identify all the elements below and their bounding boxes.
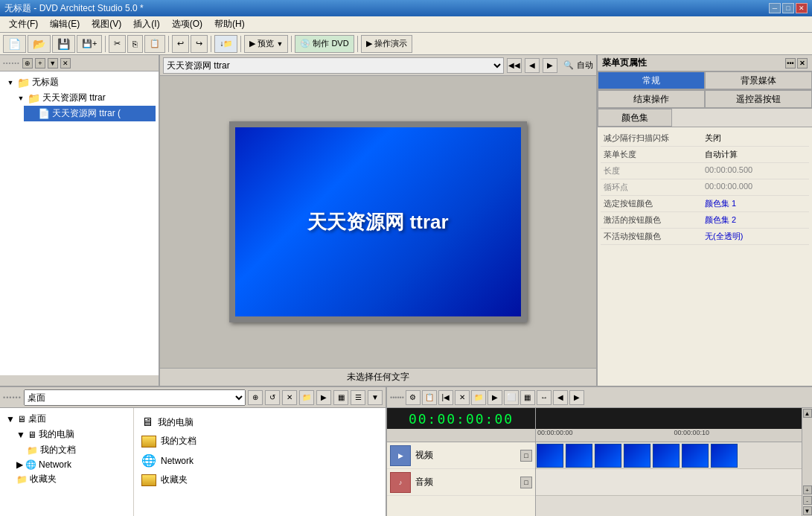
tl-btn6[interactable]: ▶ bbox=[487, 390, 502, 405]
menu-options[interactable]: 选项(O) bbox=[166, 16, 208, 32]
save-button[interactable]: 💾 bbox=[52, 35, 75, 53]
tl-btn9[interactable]: ↔ bbox=[537, 390, 552, 405]
scroll-up-btn[interactable]: ▲ bbox=[803, 409, 812, 418]
ft-mydocs[interactable]: 📁 我的文档 bbox=[24, 442, 130, 458]
tl-btn5[interactable]: 📁 bbox=[471, 390, 486, 405]
nav-prev-btn[interactable]: ◀ bbox=[525, 58, 540, 73]
audio-track-toggle[interactable]: □ bbox=[520, 477, 532, 488]
props-label-4: 循环点 bbox=[604, 182, 705, 193]
canvas-area[interactable]: 天天资源网 ttrar bbox=[160, 76, 596, 368]
props-value-6: 颜色集 2 bbox=[705, 214, 806, 226]
ft-mycomputer[interactable]: ▼ 🖥 我的电脑 bbox=[13, 427, 130, 442]
fl-mydocs-label: 我的文档 bbox=[161, 435, 196, 447]
nav-prev-prev-btn[interactable]: ◀◀ bbox=[507, 58, 522, 73]
fl-network[interactable]: 🌐 Network bbox=[140, 452, 380, 469]
tl-btn10[interactable]: ◀ bbox=[553, 390, 568, 405]
expand-icon[interactable]: ▶ bbox=[16, 459, 23, 470]
tl-btn11[interactable]: ▶ bbox=[569, 390, 584, 405]
fb-btn6[interactable]: ▦ bbox=[333, 390, 348, 405]
menu-help[interactable]: 帮助(H) bbox=[208, 16, 251, 32]
minimize-button[interactable]: ─ bbox=[769, 3, 781, 13]
drag-handle-bottom: •••••• bbox=[3, 394, 22, 401]
make-dvd-button[interactable]: 💿 制作 DVD bbox=[295, 35, 354, 53]
copy-button[interactable]: ⎘ bbox=[127, 35, 143, 53]
file-browser-content: ▼ 🖥 桌面 ▼ 🖥 我的电脑 📁 我的文档 ▶ 🌐 Network bbox=[0, 408, 386, 516]
canvas-title: 天天资源网 ttrar bbox=[307, 209, 448, 235]
fl-mycomputer[interactable]: 🖥 我的电脑 bbox=[140, 414, 380, 430]
menu-insert[interactable]: 插入(I) bbox=[127, 16, 165, 32]
tl-btn3[interactable]: |◀ bbox=[438, 390, 453, 405]
preview-button[interactable]: ▶ 预览 ▼ bbox=[244, 35, 288, 53]
fb-btn2[interactable]: ↺ bbox=[265, 390, 280, 405]
import-button[interactable]: ↓📁 bbox=[214, 35, 237, 53]
timeline-video-track[interactable] bbox=[536, 442, 812, 469]
fb-btn3[interactable]: ✕ bbox=[282, 390, 297, 405]
canvas-dropdown[interactable]: 天天资源网 ttrar bbox=[163, 57, 504, 74]
clip-3 bbox=[595, 444, 621, 468]
demo-button[interactable]: ▶ 操作演示 bbox=[361, 35, 412, 53]
fb-btn7[interactable]: ☰ bbox=[351, 390, 365, 405]
tl-btn2[interactable]: 📋 bbox=[422, 390, 437, 405]
expand-icon[interactable]: ▼ bbox=[6, 414, 15, 424]
expand-icon-menu[interactable]: ▼ bbox=[16, 94, 25, 103]
fl-mycomputer-label: 我的电脑 bbox=[158, 416, 194, 429]
fb-btn4[interactable]: 📁 bbox=[299, 390, 314, 405]
undo-button[interactable]: ↩ bbox=[172, 35, 189, 53]
file-list: 🖥 我的电脑 我的文档 🌐 Network 收藏夹 bbox=[134, 408, 386, 516]
panel-add-btn[interactable]: + bbox=[35, 58, 45, 69]
ft-desktop[interactable]: ▼ 🖥 桌面 bbox=[3, 411, 130, 427]
fb-btn5[interactable]: ▶ bbox=[316, 390, 331, 405]
tree-item-page[interactable]: 📄 天天资源网 ttrar ( bbox=[24, 106, 156, 121]
paste-button[interactable]: 📋 bbox=[144, 35, 165, 53]
expand-icon[interactable]: ▼ bbox=[16, 430, 25, 440]
tl-btn1[interactable]: ⚙ bbox=[406, 390, 421, 405]
tl-btn4[interactable]: ✕ bbox=[455, 390, 470, 405]
drag-handle: •••••• bbox=[3, 60, 20, 66]
props-close-btn[interactable]: ✕ bbox=[797, 58, 808, 69]
ft-network[interactable]: ▶ 🌐 Network bbox=[13, 458, 130, 471]
expand-icon[interactable]: ▼ bbox=[6, 78, 15, 87]
cut-button[interactable]: ✂ bbox=[109, 35, 126, 53]
menu-edit[interactable]: 编辑(E) bbox=[44, 16, 86, 32]
timeline-vertical-scrollbar[interactable]: ▲ + - ▼ bbox=[802, 408, 812, 516]
panel-menu-btn[interactable]: ▼ bbox=[48, 58, 58, 69]
preview-dropdown-icon[interactable]: ▼ bbox=[276, 40, 283, 48]
left-scrollbar[interactable] bbox=[0, 375, 159, 386]
tab-bg-media[interactable]: 背景媒体 bbox=[705, 71, 812, 89]
fl-mydocs[interactable]: 我的文档 bbox=[140, 433, 380, 449]
panel-refresh-btn[interactable]: ⊕ bbox=[22, 58, 33, 69]
panel-close-btn[interactable]: ✕ bbox=[60, 58, 71, 69]
ft-favorites[interactable]: 📁 收藏夹 bbox=[13, 471, 130, 487]
fb-btn8[interactable]: ▼ bbox=[368, 390, 383, 405]
save-as-button[interactable]: 💾+ bbox=[77, 35, 102, 53]
open-button[interactable]: 📂 bbox=[28, 35, 51, 53]
maximize-button[interactable]: □ bbox=[782, 3, 794, 13]
menu-file[interactable]: 文件(F) bbox=[3, 16, 44, 32]
tab-color-set[interactable]: 颜色集 bbox=[598, 109, 672, 127]
tab-general[interactable]: 常规 bbox=[598, 71, 705, 89]
tree-item-menu[interactable]: ▼ 📁 天天资源网 ttrar bbox=[13, 90, 156, 106]
tl-btn8[interactable]: ▦ bbox=[520, 390, 535, 405]
scroll-down-btn[interactable]: ▼ bbox=[803, 506, 812, 515]
nav-next-btn[interactable]: ▶ bbox=[543, 58, 557, 73]
props-menu-btn[interactable]: ••• bbox=[785, 58, 796, 69]
scroll-plus-btn[interactable]: + bbox=[803, 485, 812, 494]
tl-btn7[interactable]: ⬜ bbox=[504, 390, 519, 405]
video-track-toggle[interactable]: □ bbox=[520, 450, 532, 462]
timeline-audio-track[interactable] bbox=[536, 469, 812, 496]
tab-end-action[interactable]: 结束操作 bbox=[598, 90, 705, 108]
redo-button[interactable]: ↪ bbox=[191, 35, 208, 53]
properties-header: 菜单页属性 ••• ✕ bbox=[598, 55, 812, 71]
close-button[interactable]: ✕ bbox=[796, 3, 808, 13]
scroll-minus-btn[interactable]: - bbox=[803, 496, 812, 505]
props-value-1: 关闭 bbox=[705, 133, 806, 144]
tree-item-root[interactable]: ▼ 📁 无标题 bbox=[3, 74, 156, 90]
file-browser-dropdown[interactable]: 桌面 bbox=[24, 389, 246, 406]
fb-btn1[interactable]: ⊕ bbox=[248, 390, 263, 405]
menu-view[interactable]: 视图(V) bbox=[86, 16, 127, 32]
new-button[interactable]: 📄 bbox=[3, 35, 26, 53]
toolbar-sep4 bbox=[240, 36, 241, 52]
file-browser-header: •••••• 桌面 ⊕ ↺ ✕ 📁 ▶ ▦ ☰ ▼ bbox=[0, 387, 386, 408]
fl-favorites[interactable]: 收藏夹 bbox=[140, 472, 380, 488]
tab-remote-btn[interactable]: 遥控器按钮 bbox=[705, 90, 812, 108]
